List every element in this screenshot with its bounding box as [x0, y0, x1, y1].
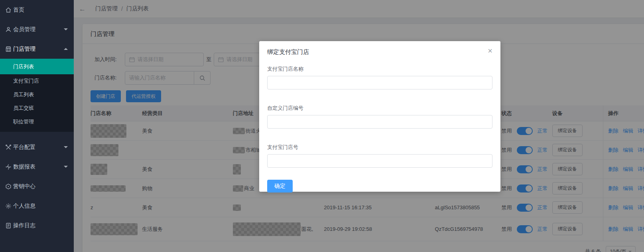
home-icon: [5, 7, 12, 13]
modal-field-group-1: 自定义门店编号: [267, 105, 492, 129]
submenu-item-4[interactable]: 职位管理: [0, 115, 74, 129]
close-icon[interactable]: ×: [488, 47, 492, 55]
modal-field-label: 自定义门店编号: [267, 105, 492, 112]
submenu-item-3[interactable]: 员工交班: [0, 101, 74, 115]
sidebar-nav: 首页会员管理门店管理门店列表支付宝门店员工列表员工交班职位管理平台配置数据报表营…: [0, 0, 74, 235]
tools-icon: [5, 144, 12, 151]
submenu-item-2[interactable]: 员工列表: [0, 88, 74, 101]
user-icon: [5, 26, 12, 33]
gear-icon: [5, 203, 12, 209]
log-icon: [5, 222, 12, 229]
modal-field-group-2: 支付宝门店号: [267, 144, 492, 168]
chevron-up-icon: [64, 48, 68, 50]
sidebar-item-label: 会员管理: [13, 26, 35, 33]
submenu-store-management: 门店列表支付宝门店员工列表员工交班职位管理: [0, 59, 74, 132]
sidebar-item-3[interactable]: 平台配置: [0, 137, 74, 157]
submenu-item-0[interactable]: 门店列表: [0, 59, 74, 74]
sidebar-item-label: 首页: [13, 6, 24, 14]
modal-field-label: 支付宝门店号: [267, 144, 492, 151]
sidebar-item-7[interactable]: 操作日志: [0, 216, 74, 235]
modal-field-input-1[interactable]: [267, 115, 492, 129]
sidebar-item-label: 操作日志: [13, 222, 35, 229]
modal-title: 绑定支付宝门店: [267, 48, 492, 56]
modal-field-label: 支付宝门店名称: [267, 65, 492, 73]
chevron-down-icon: [64, 166, 68, 168]
sidebar: 首页会员管理门店管理门店列表支付宝门店员工列表员工交班职位管理平台配置数据报表营…: [0, 0, 74, 252]
chevron-down-icon: [64, 28, 68, 30]
sidebar-item-label: 数据报表: [13, 163, 35, 171]
chart-icon: [5, 164, 12, 170]
sidebar-item-6[interactable]: 个人信息: [0, 196, 74, 216]
sidebar-item-label: 个人信息: [13, 202, 35, 210]
sidebar-item-label: 平台配置: [13, 144, 35, 151]
bind-alipay-store-modal: 绑定支付宝门店 × 支付宝门店名称自定义门店编号支付宝门店号 确定: [259, 41, 500, 192]
modal-field-input-2[interactable]: [267, 154, 492, 168]
modal-field-group-0: 支付宝门店名称: [267, 65, 492, 89]
chevron-down-icon: [64, 146, 68, 148]
sidebar-item-5[interactable]: 营销中心: [0, 177, 74, 196]
cube-icon: [5, 183, 12, 190]
sidebar-item-2[interactable]: 门店管理: [0, 39, 74, 59]
sidebar-item-1[interactable]: 会员管理: [0, 20, 74, 39]
confirm-button[interactable]: 确定: [267, 180, 293, 192]
sidebar-item-4[interactable]: 数据报表: [0, 157, 74, 177]
submenu-item-1[interactable]: 支付宝门店: [0, 74, 74, 88]
sidebar-item-label: 营销中心: [13, 183, 35, 190]
sidebar-item-0[interactable]: 首页: [0, 0, 74, 20]
modal-field-input-0[interactable]: [267, 76, 492, 89]
store-icon: [5, 46, 12, 52]
sidebar-item-label: 门店管理: [13, 46, 35, 53]
modal-fields: 支付宝门店名称自定义门店编号支付宝门店号: [267, 65, 492, 168]
